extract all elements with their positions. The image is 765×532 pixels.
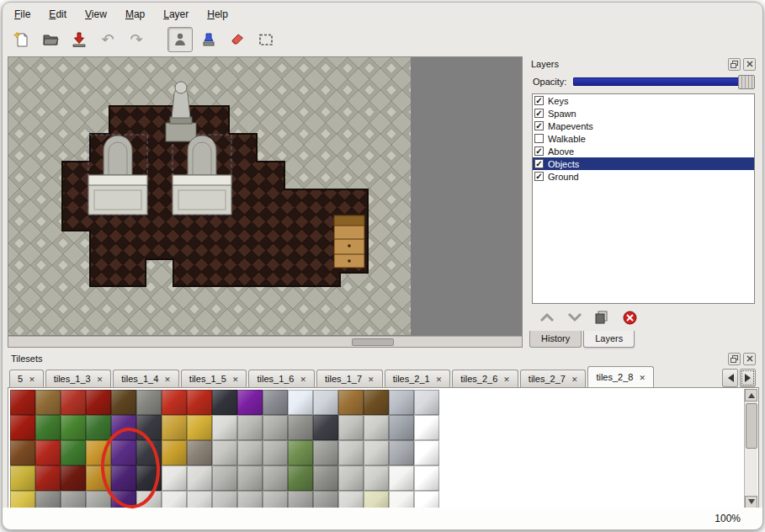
tileset-tile[interactable] bbox=[364, 440, 389, 466]
tab-close-icon[interactable] bbox=[29, 374, 35, 384]
tileset-tile[interactable] bbox=[187, 390, 212, 415]
menu-edit[interactable]: Edit bbox=[44, 7, 72, 22]
tileset-tile[interactable] bbox=[237, 440, 263, 466]
delete-layer-icon[interactable] bbox=[623, 311, 637, 325]
tileset-tile[interactable] bbox=[414, 466, 439, 491]
tileset-tile[interactable] bbox=[10, 466, 35, 491]
close-panel-button[interactable] bbox=[743, 353, 756, 365]
tileset-tile[interactable] bbox=[162, 440, 187, 466]
tileset-tab[interactable]: tiles_1_4 bbox=[113, 370, 179, 387]
tileset-tile[interactable] bbox=[263, 390, 288, 415]
tileset-tile[interactable] bbox=[338, 440, 364, 466]
tileset-tile[interactable] bbox=[364, 466, 389, 491]
menu-file[interactable]: File bbox=[9, 7, 35, 22]
layer-row-ground[interactable]: Ground bbox=[533, 170, 754, 183]
move-layer-up-icon[interactable] bbox=[539, 312, 555, 322]
player-tool-button[interactable] bbox=[167, 27, 193, 52]
tileset-tile[interactable] bbox=[10, 390, 35, 415]
checkbox-checked-icon[interactable] bbox=[534, 96, 544, 105]
tileset-tile[interactable] bbox=[136, 466, 162, 491]
tileset-tile[interactable] bbox=[288, 440, 313, 466]
tab-close-icon[interactable] bbox=[232, 374, 239, 384]
close-panel-button[interactable] bbox=[743, 58, 756, 71]
tileset-tile[interactable] bbox=[237, 415, 263, 440]
tileset-tile[interactable] bbox=[35, 440, 61, 466]
layer-row-walkable[interactable]: Walkable bbox=[533, 132, 754, 145]
menu-layer[interactable]: Layer bbox=[158, 7, 194, 22]
scroll-tabs-left-button[interactable] bbox=[722, 369, 738, 387]
duplicate-layer-icon[interactable] bbox=[595, 311, 610, 324]
tileset-tile[interactable] bbox=[313, 390, 338, 415]
tileset-tile[interactable] bbox=[136, 440, 162, 466]
tab-close-icon[interactable] bbox=[436, 374, 443, 384]
tileset-tile[interactable] bbox=[136, 390, 162, 415]
tileset-grid[interactable] bbox=[10, 390, 439, 510]
tileset-tile[interactable] bbox=[237, 466, 263, 491]
tileset-tile[interactable] bbox=[237, 390, 263, 415]
tileset-tile[interactable] bbox=[187, 466, 212, 491]
layer-row-mapevents[interactable]: Mapevents bbox=[533, 120, 754, 132]
tab-close-icon[interactable] bbox=[300, 374, 307, 384]
menu-view[interactable]: View bbox=[80, 7, 112, 22]
tileset-tile[interactable] bbox=[389, 466, 414, 491]
tileset-tile[interactable] bbox=[313, 415, 338, 440]
scrollbar-handle[interactable] bbox=[746, 403, 757, 449]
slider-handle[interactable] bbox=[738, 75, 755, 89]
tileset-tab[interactable]: tiles_1_3 bbox=[45, 370, 112, 387]
tileset-tile[interactable] bbox=[212, 440, 237, 466]
tileset-tile[interactable] bbox=[162, 390, 187, 415]
opacity-slider[interactable] bbox=[573, 77, 754, 86]
tileset-tab[interactable]: tiles_1_6 bbox=[248, 370, 315, 387]
tileset-tile[interactable] bbox=[364, 415, 389, 440]
checkbox-checked-icon[interactable] bbox=[534, 109, 544, 118]
checkbox-checked-icon[interactable] bbox=[534, 172, 544, 181]
tileset-tile[interactable] bbox=[313, 440, 338, 466]
move-layer-down-icon[interactable] bbox=[567, 312, 582, 322]
layer-row-spawn[interactable]: Spawn bbox=[533, 107, 754, 120]
save-button[interactable] bbox=[66, 27, 92, 52]
tileset-tile[interactable] bbox=[389, 415, 414, 440]
tileset-tile[interactable] bbox=[86, 390, 111, 415]
tab-layers[interactable]: Layers bbox=[583, 331, 635, 348]
tileset-tile[interactable] bbox=[389, 390, 414, 415]
layer-row-above[interactable]: Above bbox=[533, 145, 754, 157]
scrollbar-handle[interactable] bbox=[352, 338, 394, 346]
tileset-tile[interactable] bbox=[86, 415, 111, 440]
tileset-tile[interactable] bbox=[111, 440, 136, 466]
tileset-tile[interactable] bbox=[212, 415, 237, 440]
tileset-tile[interactable] bbox=[35, 415, 61, 440]
layer-row-keys[interactable]: Keys bbox=[533, 94, 754, 107]
tab-close-icon[interactable] bbox=[639, 372, 645, 382]
tileset-tile[interactable] bbox=[162, 466, 187, 491]
tileset-tile[interactable] bbox=[86, 440, 111, 466]
tab-close-icon[interactable] bbox=[368, 374, 375, 384]
tileset-tile[interactable] bbox=[338, 415, 364, 440]
tileset-tile[interactable] bbox=[35, 466, 61, 491]
tileset-vertical-scrollbar[interactable] bbox=[744, 389, 757, 508]
tileset-tile[interactable] bbox=[10, 415, 35, 440]
tileset-tile[interactable] bbox=[212, 466, 237, 491]
tileset-tile[interactable] bbox=[187, 440, 212, 466]
tileset-tile[interactable] bbox=[414, 440, 439, 466]
tileset-tile[interactable] bbox=[263, 466, 288, 491]
tileset-tab[interactable]: tiles_1_5 bbox=[181, 370, 247, 387]
tileset-tile[interactable] bbox=[364, 390, 389, 415]
menu-map[interactable]: Map bbox=[120, 7, 150, 22]
tileset-tile[interactable] bbox=[288, 390, 313, 415]
tab-close-icon[interactable] bbox=[571, 374, 578, 384]
scroll-up-button[interactable] bbox=[745, 389, 757, 402]
float-panel-button[interactable] bbox=[728, 353, 741, 365]
new-map-button[interactable] bbox=[9, 27, 35, 52]
tileset-tile[interactable] bbox=[338, 466, 364, 491]
tileset-tile[interactable] bbox=[136, 415, 162, 440]
tab-close-icon[interactable] bbox=[97, 374, 104, 384]
tileset-tile[interactable] bbox=[111, 390, 136, 415]
float-panel-button[interactable] bbox=[728, 58, 741, 71]
tileset-tile[interactable] bbox=[162, 415, 187, 440]
tileset-tile[interactable] bbox=[288, 466, 313, 491]
stamp-tool-button[interactable] bbox=[196, 27, 221, 52]
tileset-tile[interactable] bbox=[338, 390, 364, 415]
redo-button[interactable]: ↷ bbox=[124, 27, 149, 52]
scroll-tabs-right-button[interactable] bbox=[740, 369, 756, 387]
tileset-tile[interactable] bbox=[10, 440, 35, 466]
